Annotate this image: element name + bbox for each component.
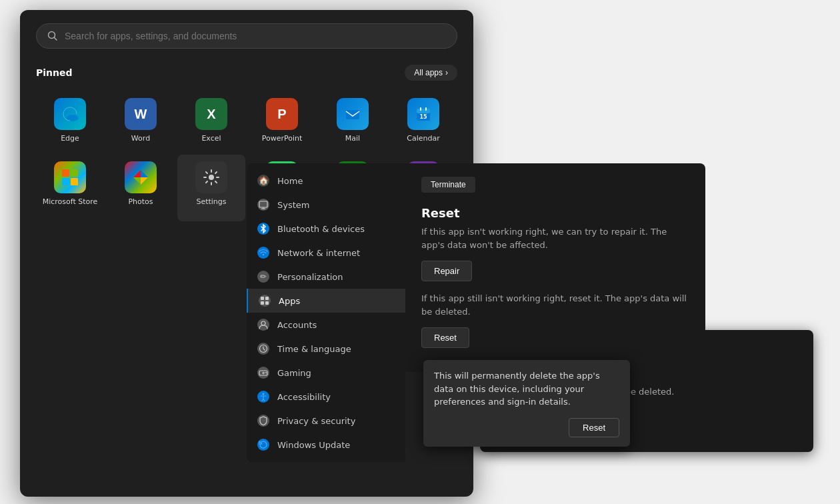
- svg-rect-7: [425, 107, 427, 111]
- settings-icon: [195, 161, 227, 193]
- edge-icon: [54, 98, 86, 130]
- sidebar-item-gaming[interactable]: Gaming: [247, 361, 405, 385]
- sidebar-personalization-label: Personalization: [277, 272, 343, 282]
- confirm-popup: This will permanently delete the app's d…: [423, 360, 630, 447]
- sidebar-item-accounts[interactable]: Accounts: [247, 313, 405, 337]
- sidebar-home-label: Home: [277, 176, 303, 186]
- reset-button-1[interactable]: Reset: [421, 327, 469, 348]
- reset-desc-1: If this app isn't working right, we can …: [421, 225, 689, 251]
- mail-label: Mail: [345, 134, 360, 143]
- search-icon: [47, 31, 58, 41]
- accounts-icon: [257, 319, 269, 331]
- time-icon: [257, 343, 269, 355]
- store-icon: [54, 161, 86, 193]
- word-icon: W: [125, 98, 157, 130]
- sidebar-item-update[interactable]: Windows Update: [247, 433, 405, 457]
- svg-point-34: [263, 393, 265, 395]
- pinned-header: Pinned All apps ›: [36, 65, 457, 81]
- system-icon: [257, 199, 269, 211]
- svg-rect-25: [261, 301, 264, 305]
- settings-label: Settings: [196, 197, 226, 206]
- svg-rect-23: [261, 297, 264, 300]
- search-bar[interactable]: [36, 23, 457, 49]
- bluetooth-icon: [257, 223, 269, 235]
- photos-icon: [125, 161, 157, 193]
- photos-label: Photos: [128, 197, 153, 206]
- app-edge[interactable]: Edge: [36, 91, 104, 149]
- repair-button[interactable]: Repair: [421, 261, 472, 281]
- settings-sidebar: 🏠 Home System Bluetooth & devices: [247, 163, 405, 462]
- sidebar-apps-label: Apps: [279, 296, 300, 306]
- sidebar-update-label: Windows Update: [277, 440, 350, 450]
- pinned-label: Pinned: [36, 67, 73, 78]
- sidebar-system-label: System: [277, 200, 309, 210]
- app-excel[interactable]: X Excel: [177, 91, 245, 149]
- confirm-popup-text: This will permanently delete the app's d…: [434, 369, 619, 409]
- search-input[interactable]: [65, 31, 446, 41]
- sidebar-accounts-label: Accounts: [277, 320, 317, 330]
- svg-rect-12: [71, 178, 78, 185]
- sidebar-gaming-label: Gaming: [277, 368, 311, 378]
- privacy-icon: [257, 415, 269, 427]
- svg-text:15: 15: [419, 114, 427, 120]
- app-mail[interactable]: Mail: [319, 91, 387, 149]
- word-label: Word: [131, 134, 150, 143]
- sidebar-item-accessibility[interactable]: Accessibility: [247, 385, 405, 409]
- svg-rect-9: [62, 169, 69, 177]
- sidebar-item-bluetooth[interactable]: Bluetooth & devices: [247, 217, 405, 241]
- sidebar-item-privacy[interactable]: Privacy & security: [247, 409, 405, 433]
- sidebar-privacy-label: Privacy & security: [277, 416, 355, 426]
- home-icon: 🏠: [257, 175, 269, 187]
- app-calendar[interactable]: 15 Calendar: [389, 91, 457, 149]
- svg-rect-11: [62, 178, 69, 185]
- accessibility-icon: [257, 391, 269, 403]
- apps-icon: [259, 295, 271, 307]
- svg-rect-10: [71, 169, 78, 177]
- svg-rect-19: [259, 201, 267, 207]
- svg-rect-26: [265, 301, 269, 305]
- confirm-reset-button[interactable]: Reset: [569, 418, 619, 437]
- svg-point-27: [261, 321, 265, 325]
- edge-label: Edge: [61, 134, 79, 143]
- excel-icon: X: [195, 98, 227, 130]
- svg-line-1: [55, 38, 57, 41]
- sidebar-item-home[interactable]: 🏠 Home: [247, 169, 405, 193]
- svg-rect-3: [346, 110, 359, 119]
- calendar-icon: 15: [407, 98, 439, 130]
- powerpoint-label: PowerPoint: [262, 134, 303, 143]
- sidebar-network-label: Network & internet: [277, 248, 360, 258]
- confirm-actions: Reset: [434, 418, 619, 437]
- personalization-icon: ✏️: [257, 271, 269, 283]
- reset-panel-1: Terminate Reset If this app isn't workin…: [405, 163, 705, 372]
- svg-point-13: [209, 175, 214, 180]
- sidebar-accessibility-label: Accessibility: [277, 392, 331, 402]
- sidebar-item-network[interactable]: Network & internet: [247, 241, 405, 265]
- all-apps-button[interactable]: All apps ›: [405, 65, 457, 81]
- sidebar-time-label: Time & language: [277, 344, 351, 354]
- excel-label: Excel: [201, 134, 221, 143]
- svg-rect-6: [420, 107, 421, 111]
- sidebar-item-time[interactable]: Time & language: [247, 337, 405, 361]
- app-settings[interactable]: Settings: [177, 155, 245, 221]
- svg-rect-5: [417, 109, 430, 113]
- svg-point-32: [265, 372, 266, 373]
- network-icon: [257, 247, 269, 259]
- calendar-label: Calendar: [407, 134, 439, 143]
- mail-icon: [337, 98, 369, 130]
- app-word[interactable]: W Word: [107, 91, 175, 149]
- terminate-button[interactable]: Terminate: [421, 177, 475, 193]
- reset-desc-2: If this app still isn't working right, r…: [421, 292, 689, 318]
- app-powerpoint[interactable]: P PowerPoint: [248, 91, 316, 149]
- store-label: Microsoft Store: [43, 197, 98, 206]
- sidebar-item-apps[interactable]: Apps: [247, 289, 405, 313]
- powerpoint-icon: P: [266, 98, 298, 130]
- svg-point-33: [266, 372, 267, 373]
- app-store[interactable]: Microsoft Store: [36, 155, 104, 221]
- app-photos[interactable]: Photos: [107, 155, 175, 221]
- sidebar-item-personalization[interactable]: ✏️ Personalization: [247, 265, 405, 289]
- svg-point-22: [263, 254, 264, 255]
- sidebar-item-system[interactable]: System: [247, 193, 405, 217]
- sidebar-bluetooth-label: Bluetooth & devices: [277, 224, 365, 234]
- reset-title-1: Reset: [421, 206, 689, 220]
- gaming-icon: [257, 367, 269, 379]
